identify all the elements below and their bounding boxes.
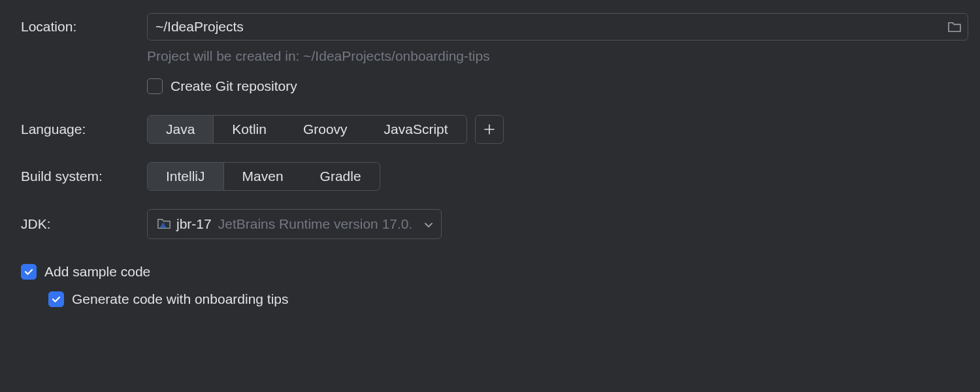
language-option-javascript[interactable]: JavaScript	[366, 116, 466, 143]
git-checkbox-row: Create Git repository	[147, 78, 968, 94]
jdk-dropdown[interactable]: jbr-17 JetBrains Runtime version 17.0.	[147, 209, 442, 239]
buildSystem-option-intellij[interactable]: IntelliJ	[148, 163, 224, 190]
git-checkbox-label: Create Git repository	[171, 78, 297, 94]
plus-icon	[483, 123, 495, 135]
location-value: ~/IdeaProjects	[155, 19, 244, 35]
onboarding-row: Generate code with onboarding tips	[48, 291, 968, 307]
language-row: Language: JavaKotlinGroovyJavaScript	[21, 115, 968, 144]
build-system-label: Build system:	[21, 169, 147, 184]
jdk-folder-icon	[157, 218, 171, 231]
location-hint: Project will be created in: ~/IdeaProjec…	[147, 48, 968, 64]
jdk-name: jbr-17	[176, 216, 212, 232]
check-icon	[24, 267, 34, 277]
git-checkbox[interactable]	[147, 78, 163, 94]
svg-point-0	[161, 226, 165, 227]
jdk-label: JDK:	[21, 216, 147, 232]
sample-code-row: Add sample code	[21, 264, 968, 280]
location-input[interactable]: ~/IdeaProjects	[147, 13, 968, 41]
chevron-down-icon	[424, 217, 433, 232]
location-row: Location: ~/IdeaProjects	[21, 13, 968, 41]
add-language-button[interactable]	[475, 115, 504, 144]
folder-icon	[947, 21, 962, 33]
language-label: Language:	[21, 122, 147, 137]
onboarding-label: Generate code with onboarding tips	[72, 291, 289, 307]
jdk-detail: JetBrains Runtime version 17.0.	[218, 216, 413, 232]
sample-code-label: Add sample code	[44, 264, 150, 280]
location-label: Location:	[21, 19, 147, 35]
onboarding-checkbox[interactable]	[48, 291, 64, 307]
jdk-row: JDK: jbr-17 JetBrains Runtime version 17…	[21, 209, 968, 239]
language-option-kotlin[interactable]: Kotlin	[214, 116, 285, 143]
language-segmented: JavaKotlinGroovyJavaScript	[147, 115, 467, 144]
build-system-row: Build system: IntelliJMavenGradle	[21, 162, 968, 191]
language-option-groovy[interactable]: Groovy	[285, 116, 366, 143]
location-input-wrap: ~/IdeaProjects	[147, 13, 968, 41]
buildSystem-option-maven[interactable]: Maven	[224, 163, 302, 190]
sample-code-checkbox[interactable]	[21, 264, 37, 280]
buildSystem-option-gradle[interactable]: Gradle	[302, 163, 380, 190]
language-option-java[interactable]: Java	[148, 116, 214, 143]
check-icon	[51, 294, 61, 304]
browse-folder-button[interactable]	[947, 21, 962, 33]
build-system-segmented: IntelliJMavenGradle	[147, 162, 380, 191]
